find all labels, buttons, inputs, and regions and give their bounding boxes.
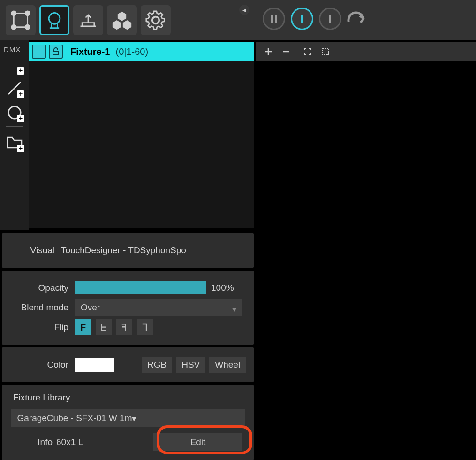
zoom-in-icon[interactable] — [264, 47, 273, 56]
flip-none-button[interactable]: F — [75, 319, 91, 335]
viewport[interactable] — [256, 61, 476, 460]
add-dmx-icon[interactable]: + — [6, 56, 23, 74]
mode-settings-button[interactable] — [141, 5, 171, 35]
fixture-library-title: Fixture Library — [13, 392, 246, 403]
svg-rect-12 — [53, 51, 59, 55]
mode-output-button[interactable] — [73, 5, 103, 35]
svg-rect-0 — [14, 13, 27, 27]
panel-visual: Visual TouchDesigner - TDSyphonSpo — [2, 233, 254, 268]
svg-point-3 — [12, 25, 16, 29]
svg-rect-7 — [275, 15, 277, 23]
flip-hv-button[interactable]: ᒣ — [137, 319, 153, 335]
opacity-percent: 100% — [211, 283, 234, 293]
opacity-slider[interactable] — [75, 281, 206, 294]
color-mode-hsv[interactable]: HSV — [176, 357, 205, 373]
svg-rect-6 — [271, 15, 273, 23]
svg-rect-9 — [329, 15, 331, 23]
color-swatch[interactable] — [75, 358, 114, 372]
info-label: Info — [13, 437, 56, 447]
panel-collapse-toggle[interactable]: ◀ — [239, 5, 249, 15]
blend-mode-select[interactable]: Over ▾ — [75, 299, 242, 316]
plus-icon: + — [17, 90, 24, 98]
fit-selection-icon[interactable] — [321, 47, 330, 56]
flip-v-button[interactable]: ꟻ — [116, 319, 132, 335]
fixture-dmx-range: (0|1-60) — [115, 46, 148, 57]
add-line-icon[interactable]: + — [6, 79, 23, 97]
visual-label: Visual — [9, 245, 61, 256]
svg-rect-16 — [322, 48, 329, 55]
top-toolbar: ◀ — [0, 0, 476, 40]
pause-button[interactable] — [263, 8, 285, 30]
plus-icon: + — [17, 115, 24, 122]
panel-color: Color RGB HSV Wheel — [2, 347, 254, 382]
opacity-label: Opacity — [9, 283, 75, 293]
left-tool-strip: DMX + + + + — [0, 40, 29, 230]
viewport-toolbar — [256, 42, 476, 61]
add-circle-icon[interactable]: + — [6, 104, 23, 121]
color-label: Color — [9, 360, 75, 370]
fixture-color-chip[interactable] — [32, 45, 46, 59]
svg-point-2 — [25, 11, 30, 15]
fullscreen-icon[interactable] — [303, 47, 312, 56]
svg-rect-8 — [301, 15, 303, 23]
svg-point-5 — [49, 13, 60, 24]
mode-surface-button[interactable] — [6, 5, 36, 35]
fixture-name: Fixture-1 — [70, 46, 110, 57]
svg-point-4 — [25, 25, 30, 29]
visual-value[interactable]: TouchDesigner - TDSyphonSpo — [61, 245, 186, 256]
edit-button[interactable]: Edit — [153, 433, 242, 451]
play-step-button[interactable] — [291, 8, 313, 30]
playback-controls — [263, 8, 370, 30]
fixture-lock-toggle[interactable] — [49, 45, 63, 59]
fixture-library-select[interactable]: GarageCube - SFX-01 W 1m ▾ — [11, 409, 245, 427]
plus-icon: + — [17, 67, 24, 75]
chevron-down-icon: ▾ — [232, 304, 237, 315]
divider — [6, 126, 23, 127]
fixture-header[interactable]: Fixture-1 (0|1-60) — [29, 42, 254, 61]
fixture-preview[interactable] — [29, 61, 254, 228]
info-value: 60x1 L — [56, 437, 83, 447]
blend-label: Blend mode — [9, 302, 75, 313]
panel-blend: Opacity 100% Blend mode Over ▾ Flip F ᖶ … — [2, 271, 254, 345]
inspector: Visual TouchDesigner - TDSyphonSpo Opaci… — [2, 233, 254, 460]
color-mode-rgb[interactable]: RGB — [142, 357, 172, 373]
flip-h-button[interactable]: ᖶ — [96, 319, 112, 335]
plus-icon: + — [17, 145, 24, 152]
redo-button[interactable] — [347, 8, 370, 30]
svg-point-1 — [12, 11, 16, 15]
color-mode-wheel[interactable]: Wheel — [209, 357, 246, 373]
add-folder-icon[interactable]: + — [6, 134, 23, 151]
zoom-out-icon[interactable] — [281, 47, 291, 56]
chevron-down-icon: ▾ — [132, 413, 136, 424]
flip-label: Flip — [9, 322, 75, 332]
panel-fixture-library: Fixture Library GarageCube - SFX-01 W 1m… — [2, 385, 254, 460]
dmx-label: DMX — [4, 45, 21, 53]
stop-step-button[interactable] — [319, 8, 341, 30]
mode-fixture-button[interactable] — [39, 5, 69, 35]
mode-modules-button[interactable] — [107, 5, 137, 35]
